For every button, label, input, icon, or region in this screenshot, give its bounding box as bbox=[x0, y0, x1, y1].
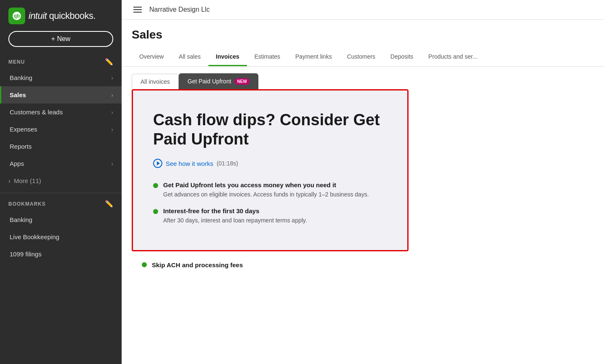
tab-payment-links[interactable]: Payment links bbox=[288, 48, 339, 66]
video-duration: (01:18s) bbox=[216, 160, 238, 167]
promo-bullet-1: Get Paid Upfront lets you access money w… bbox=[153, 181, 387, 199]
chevron-icon: › bbox=[111, 160, 113, 167]
menu-edit-button[interactable]: ✏️ bbox=[105, 58, 113, 66]
svg-text:qb: qb bbox=[14, 13, 20, 19]
promo-area: Cash flow dips? Consider Get Paid Upfron… bbox=[122, 89, 604, 364]
tab-deposits[interactable]: Deposits bbox=[383, 48, 421, 66]
chevron-icon: › bbox=[111, 126, 113, 133]
bullet-2-desc: After 30 days, interest and loan repayme… bbox=[163, 216, 307, 225]
sidebar-item-banking-bookmark[interactable]: Banking bbox=[0, 211, 122, 228]
see-how-it-works-link[interactable]: See how it works (01:18s) bbox=[153, 159, 387, 168]
main-nav: Banking › Sales › Customers & leads › Ex… bbox=[0, 69, 122, 172]
hamburger-button[interactable] bbox=[132, 5, 143, 14]
hamburger-line bbox=[133, 12, 142, 13]
promo-card: Cash flow dips? Consider Get Paid Upfron… bbox=[132, 89, 409, 251]
tab-products-services[interactable]: Products and ser... bbox=[421, 48, 485, 66]
qb-logo-icon: qb bbox=[8, 8, 25, 24]
tab-overview[interactable]: Overview bbox=[132, 48, 171, 66]
logo-area: qb intuit quickbooks. bbox=[0, 0, 122, 31]
bullet-dot-icon bbox=[153, 209, 158, 214]
sidebar-item-1099-filings[interactable]: 1099 filings bbox=[0, 245, 122, 263]
sidebar-item-banking[interactable]: Banking › bbox=[0, 69, 122, 86]
play-icon bbox=[153, 159, 162, 168]
sub-tab-all-invoices[interactable]: All invoices bbox=[132, 74, 179, 89]
chevron-right-icon: › bbox=[8, 177, 10, 184]
see-how-text: See how it works bbox=[166, 160, 213, 167]
play-triangle bbox=[157, 161, 160, 165]
tab-customers[interactable]: Customers bbox=[339, 48, 383, 66]
hamburger-line bbox=[133, 7, 142, 8]
hamburger-line bbox=[133, 9, 142, 10]
new-button[interactable]: + New bbox=[8, 31, 113, 47]
bullet-dot-icon bbox=[153, 183, 158, 188]
bullet-1-title: Get Paid Upfront lets you access money w… bbox=[163, 181, 369, 188]
sidebar: qb intuit quickbooks. + New MENU ✏️ Bank… bbox=[0, 0, 122, 364]
bullet-dot-icon bbox=[142, 262, 147, 267]
bullet-1-desc: Get advances on eligible invoices. Acces… bbox=[163, 190, 369, 199]
chevron-icon: › bbox=[111, 75, 113, 81]
chevron-icon: › bbox=[111, 109, 113, 116]
more-button[interactable]: › More (11) bbox=[0, 172, 122, 189]
new-badge: NEW bbox=[234, 78, 249, 85]
main-content: Narrative Design Llc Sales Overview All … bbox=[122, 0, 604, 364]
sidebar-item-reports[interactable]: Reports bbox=[0, 138, 122, 155]
sidebar-divider bbox=[0, 193, 122, 193]
menu-section-header: MENU ✏️ bbox=[0, 54, 122, 69]
promo-headline: Cash flow dips? Consider Get Paid Upfron… bbox=[153, 111, 387, 149]
sidebar-item-apps[interactable]: Apps › bbox=[0, 155, 122, 172]
tab-invoices[interactable]: Invoices bbox=[208, 48, 247, 66]
invoice-sub-tabs: All invoices Get Paid Upfront NEW bbox=[122, 67, 604, 89]
more-label: More (11) bbox=[14, 177, 41, 184]
bookmarks-section-header: BOOKMARKS ✏️ bbox=[0, 196, 122, 211]
skip-ach-section: Skip ACH and processing fees bbox=[132, 251, 594, 279]
page-header: Sales bbox=[122, 20, 604, 48]
promo-bullet-2: Interest-free for the first 30 days Afte… bbox=[153, 207, 387, 225]
page-title: Sales bbox=[132, 28, 594, 41]
company-name: Narrative Design Llc bbox=[149, 6, 210, 13]
bookmarks-edit-button[interactable]: ✏️ bbox=[105, 200, 113, 208]
skip-ach-text: Skip ACH and processing fees bbox=[152, 261, 243, 268]
tab-estimates[interactable]: Estimates bbox=[247, 48, 288, 66]
sales-tabs: Overview All sales Invoices Estimates Pa… bbox=[122, 48, 604, 67]
menu-label: MENU bbox=[8, 59, 25, 65]
logo-text: intuit quickbooks. bbox=[29, 10, 96, 21]
tab-all-sales[interactable]: All sales bbox=[171, 48, 208, 66]
chevron-icon: › bbox=[111, 92, 113, 98]
sidebar-item-expenses[interactable]: Expenses › bbox=[0, 121, 122, 138]
sidebar-item-customers-leads[interactable]: Customers & leads › bbox=[0, 103, 122, 121]
bullet-2-title: Interest-free for the first 30 days bbox=[163, 207, 307, 214]
sidebar-item-live-bookkeeping[interactable]: Live Bookkeeping bbox=[0, 228, 122, 245]
sub-tab-get-paid-upfront[interactable]: Get Paid Upfront NEW bbox=[179, 73, 258, 89]
sidebar-item-sales[interactable]: Sales › bbox=[0, 86, 122, 103]
bookmarks-label: BOOKMARKS bbox=[8, 201, 46, 207]
topbar: Narrative Design Llc bbox=[122, 0, 604, 20]
